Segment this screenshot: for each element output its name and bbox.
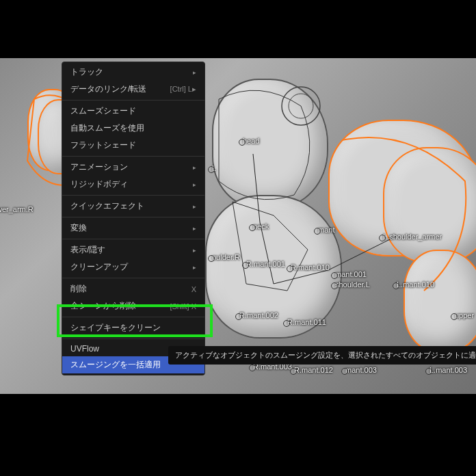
bone-label: L.mant.010: [397, 280, 434, 289]
menu-item-label: トラック: [70, 66, 103, 78]
bone-handle[interactable]: [287, 265, 293, 272]
bone-label: mant.003: [345, 366, 377, 374]
menu-item-label: 変換: [70, 222, 87, 234]
submenu-arrow-icon: ▸: [193, 225, 196, 232]
menu-item-label: リジッドボディ: [70, 178, 128, 190]
bone-handle[interactable]: [290, 368, 297, 375]
bone-label: oulder.R: [212, 253, 240, 261]
menu-shortcut: [Shift] X: [170, 302, 196, 310]
bone-label: R.mant.010: [291, 263, 330, 272]
bone-handle[interactable]: [235, 313, 242, 320]
submenu-arrow-icon: ▸: [193, 69, 196, 76]
armor-piece: [212, 79, 328, 209]
bone-handle[interactable]: [393, 282, 399, 289]
bone-handle[interactable]: [249, 365, 256, 371]
menu-separator: [62, 339, 204, 339]
submenu-arrow-icon: ▸: [193, 164, 196, 171]
submenu-arrow-icon: ▸: [193, 264, 196, 271]
menu-item[interactable]: クリーンアップ▸: [62, 259, 204, 276]
bone-label: R.mant.001: [246, 260, 285, 268]
menu-item[interactable]: 全シーンから削除[Shift] X: [62, 298, 204, 315]
bone-label: upper: [455, 311, 474, 319]
menu-item[interactable]: アニメーション▸: [62, 159, 204, 176]
bone-label: mant.001: [335, 270, 367, 278]
menu-item-label: UVFlow: [70, 344, 99, 354]
bone-label: R.mant.002: [239, 311, 278, 319]
menu-item-label: 全シーンから削除: [70, 300, 136, 312]
bone-handle[interactable]: [208, 255, 215, 262]
menu-item[interactable]: 削除X: [62, 280, 204, 298]
menu-item-label: クリーンアップ: [70, 261, 128, 273]
menu-shortcut: X: [191, 285, 196, 293]
bone-label: R.mant.012: [294, 366, 333, 374]
menu-item-label: スムーズシェード: [70, 105, 136, 117]
submenu-arrow-icon: ▸: [193, 247, 196, 254]
menu-item[interactable]: フラットシェード: [62, 137, 204, 154]
menu-item[interactable]: 表示/隠す▸: [62, 241, 204, 259]
menu-separator: [62, 156, 204, 157]
submenu-arrow-icon: ▸: [193, 203, 196, 210]
menu-item-label: スムージングを一括適用: [70, 359, 161, 371]
tooltip-text: アクティブなオブジェクトのスムージング設定を、選択されたすべてのオブジェクトに適…: [175, 351, 476, 359]
menu-item[interactable]: 変換▸: [62, 220, 204, 237]
bone-handle[interactable]: [425, 368, 432, 375]
menu-item[interactable]: 自動スムーズを使用: [62, 120, 204, 137]
bone-label: L.mant.003: [429, 366, 467, 374]
menu-separator: [62, 100, 204, 101]
armor-piece: [383, 147, 476, 263]
submenu-arrow-icon: ▸: [193, 181, 196, 188]
menu-item[interactable]: データのリンク/転送[Ctrl] L▸: [62, 81, 204, 98]
bone-label: wer_arm.R: [0, 205, 34, 213]
menu-item[interactable]: リジッドボディ▸: [62, 176, 204, 193]
menu-item[interactable]: トラック▸: [62, 64, 204, 81]
menu-item[interactable]: スムーズシェード: [62, 103, 204, 120]
bone-handle[interactable]: [331, 282, 338, 289]
armor-piece: [404, 250, 476, 352]
menu-item-label: 自動スムーズを使用: [70, 122, 144, 134]
menu-item-label: 表示/隠す: [70, 244, 105, 256]
menu-item-label: データのリンク/転送: [70, 83, 146, 95]
bone-handle[interactable]: [314, 228, 321, 235]
menu-item[interactable]: クイックエフェクト▸: [62, 198, 204, 215]
menu-item-label: 削除: [70, 283, 87, 295]
menu-separator: [62, 317, 204, 317]
bone-handle[interactable]: [283, 320, 290, 327]
bone-label: L.shoulder_armer: [383, 233, 442, 241]
bone-handle[interactable]: [242, 262, 249, 269]
bone-handle[interactable]: [451, 313, 458, 320]
menu-separator: [62, 195, 204, 196]
bone-handle[interactable]: [208, 166, 215, 173]
menu-item[interactable]: シェイプキーをクリーン: [62, 319, 204, 336]
bone-handle[interactable]: [239, 139, 246, 146]
menu-item-label: クイックエフェクト: [70, 200, 144, 212]
menu-item-label: アニメーション: [70, 161, 128, 173]
bone-handle[interactable]: [341, 368, 348, 375]
menu-tooltip: アクティブなオブジェクトのスムージング設定を、選択されたすべてのオブジェクトに適…: [168, 346, 476, 365]
menu-item-label: フラットシェード: [70, 140, 136, 151]
menu-separator: [62, 217, 204, 217]
bone-handle[interactable]: [331, 272, 338, 279]
bone-label: R.mant.011: [287, 318, 326, 326]
object-context-menu[interactable]: トラック▸データのリンク/転送[Ctrl] L▸スムーズシェード自動スムーズを使…: [62, 62, 205, 375]
menu-separator: [62, 278, 204, 278]
menu-item-label: シェイプキーをクリーン: [70, 322, 161, 334]
menu-shortcut: [Ctrl] L▸: [170, 85, 196, 94]
bone-handle[interactable]: [249, 224, 256, 231]
bone-handle[interactable]: [379, 235, 386, 241]
bone-label: shoulder.L: [335, 280, 370, 289]
menu-separator: [62, 239, 204, 239]
